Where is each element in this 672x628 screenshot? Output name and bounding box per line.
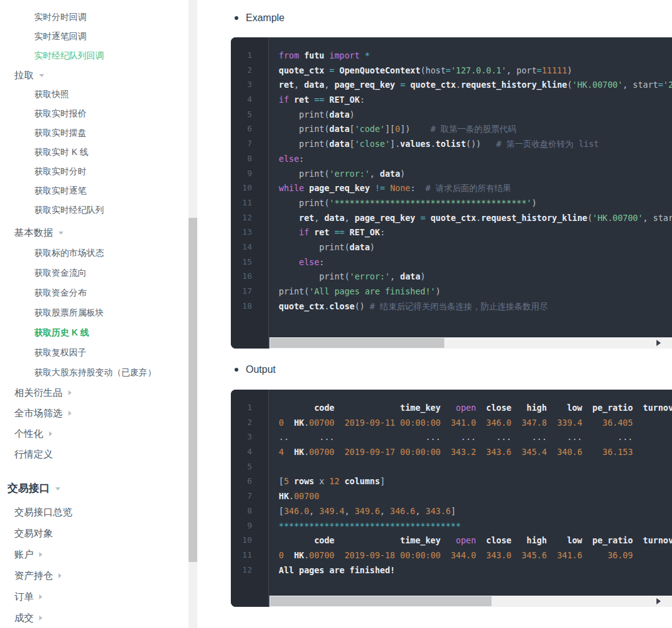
sidebar-item[interactable]: 获取复权因子 [0,342,189,362]
sidebar-item[interactable]: 全市场筛选 [0,403,189,423]
code-line: 0 HK.00700 2019-09-18 00:00:00 344.0 343… [279,550,672,565]
list-bullet-icon [235,16,238,20]
code-line: if ret == RET_OK: [279,227,672,242]
sidebar-item[interactable]: 实时分时回调 [0,7,189,27]
sidebar-item-label: 基本数据 [14,227,53,238]
sidebar-item[interactable]: 实时经纪队列回调 [0,46,189,65]
sidebar-item-label: 全市场筛选 [14,408,63,418]
sidebar-item-clipped[interactable]: 实时 K 线回调 [34,0,88,3]
line-number: 4 [231,447,252,462]
code-line: while page_req_key != None: # 请求后面的所有结果 [279,183,672,198]
sidebar-list: 实时分时回调实时逐笔回调实时经纪队列回调拉取获取快照获取实时报价获取实时摆盘获取… [0,7,189,628]
sidebar-item[interactable]: 获取资金流向 [0,263,189,283]
code-line: [5 rows x 12 columns] [279,476,672,491]
sidebar-item-label: 拉取 [14,70,34,80]
example-horizontal-scrollbar[interactable] [269,337,672,349]
sidebar-item[interactable]: 交易接口总览 [0,502,189,523]
chevron-right-icon [68,411,72,416]
sidebar-item[interactable]: 账户 [0,544,189,565]
sidebar-item[interactable]: 订单 [0,586,189,607]
sidebar-item[interactable]: 个性化 [0,423,189,444]
sidebar-item[interactable]: 基本数据 [0,223,189,243]
code-line: 0 HK.00700 2019-09-11 00:00:00 341.0 346… [279,418,672,433]
sidebar-item[interactable]: 获取股票所属板块 [0,302,189,322]
line-number: 14 [231,242,252,257]
sidebar-item[interactable]: 行情定义 [0,444,189,464]
line-number: 13 [231,227,252,242]
chevron-right-icon [68,390,72,395]
example-heading-item: Example [235,12,672,24]
line-number: 2 [231,65,252,80]
sidebar-item[interactable]: 获取实时 K 线 [0,143,189,162]
sidebar-item[interactable]: 获取标的市场状态 [0,243,189,263]
sidebar-item-label: 获取实时分时 [34,166,86,176]
sidebar-item[interactable]: 获取快照 [0,85,189,104]
sidebar-item[interactable]: 获取实时报价 [0,104,189,123]
line-number: 8 [231,506,252,521]
output-scrollbar-thumb[interactable] [270,596,492,606]
output-horizontal-scrollbar[interactable] [269,596,672,607]
sidebar-item[interactable]: 实时逐笔回调 [0,27,189,46]
output-heading-item: Output [235,364,672,375]
line-number: 6 [231,124,252,139]
example-code-lines: from futu import *quote_ctx = OpenQuoteC… [269,37,672,349]
chevron-right-icon [58,573,62,578]
scroll-right-arrow-icon[interactable] [656,598,661,604]
sidebar-item-label: 交易接口 [7,482,50,494]
code-line: ************************************ [279,521,672,536]
output-heading: Output [246,364,276,375]
code-line: ret, data, page_req_key = quote_ctx.requ… [279,80,672,95]
sidebar-item-label: 获取资金分布 [34,288,86,298]
code-line: print('All pages are finished!') [279,286,672,301]
sidebar-item[interactable]: 获取实时逐笔 [0,181,189,200]
sidebar-item-label: 获取股票所属板块 [34,307,104,317]
scroll-right-arrow-icon[interactable] [656,340,661,346]
code-line: else: [279,257,672,272]
chevron-down-icon [55,487,60,490]
output-code-lines: code time_key open close high low pe_rat… [269,390,672,607]
sidebar-item-label: 获取实时逐笔 [34,185,86,195]
line-number: 5 [231,462,252,477]
sidebar-scrollbar[interactable] [189,0,197,628]
code-line: from futu import * [279,50,672,65]
sidebar: 实时 K 线回调 实时分时回调实时逐笔回调实时经纪队列回调拉取获取快照获取实时报… [0,0,189,628]
code-line [279,462,672,477]
code-line: print('error:', data) [279,169,672,184]
sidebar-item-label: 获取资金流向 [34,268,86,278]
example-scrollbar-thumb[interactable] [270,338,444,348]
sidebar-item-label: 账户 [14,549,34,560]
sidebar-item[interactable]: 交易接口 [0,476,189,502]
line-number: 3 [231,432,252,447]
sidebar-item[interactable]: 获取实时经纪队列 [0,200,189,220]
line-number: 17 [231,286,252,301]
sidebar-item[interactable]: 相关衍生品 [0,382,189,403]
sidebar-item[interactable]: 获取实时分时 [0,162,189,181]
code-line: All pages are finished! [279,565,672,580]
line-number: 1 [231,403,252,418]
chevron-right-icon [39,616,42,621]
sidebar-item-label: 成交 [14,612,34,623]
code-line: print('*********************************… [279,198,672,213]
line-number: 1 [231,50,252,65]
sidebar-item[interactable]: 获取实时摆盘 [0,123,189,143]
sidebar-item-label: 实时分时回调 [34,12,86,22]
sidebar-item-label: 行情定义 [14,449,53,459]
sidebar-item-label: 获取实时经纪队列 [34,205,104,215]
sidebar-item[interactable]: 获取历史 K 线 [0,322,189,342]
code-line: print(data) [279,110,672,124]
sidebar-item[interactable]: 拉取 [0,65,189,85]
sidebar-scrollbar-thumb[interactable] [189,218,197,562]
code-line: print(data) [279,242,672,257]
sidebar-item-label: 获取标的市场状态 [34,248,104,258]
sidebar-item-label: 获取实时摆盘 [34,128,86,138]
example-code-block: 123456789101112131415161718 from futu im… [231,37,672,349]
line-number: 2 [231,418,252,433]
sidebar-item[interactable]: 获取资金分布 [0,283,189,302]
list-bullet-icon [235,368,238,372]
code-line: code time_key open close high low pe_rat… [279,403,672,418]
sidebar-item[interactable]: 获取大股东持股变动（已废弃） [0,362,189,382]
line-number: 10 [231,183,252,198]
sidebar-item[interactable]: 交易对象 [0,523,189,544]
sidebar-item[interactable]: 资产持仓 [0,565,189,586]
sidebar-item[interactable]: 成交 [0,607,189,628]
